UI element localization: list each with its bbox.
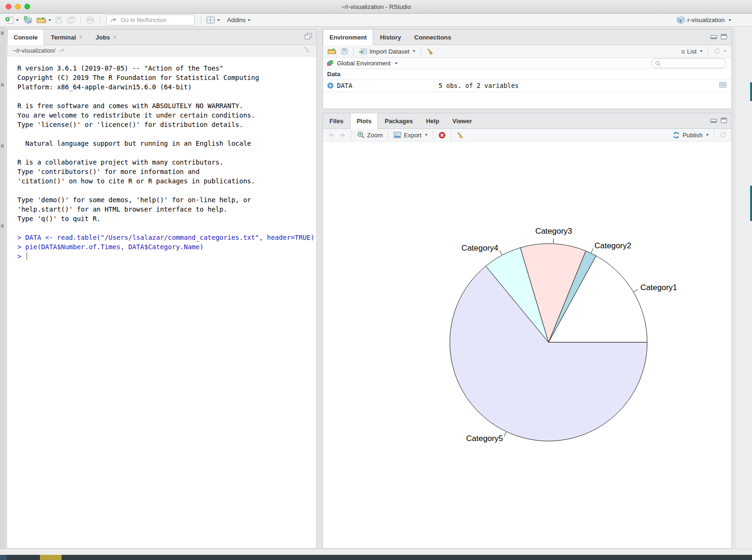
broom-icon bbox=[426, 48, 434, 55]
toolbar-separator bbox=[353, 47, 353, 55]
tab-label: Plots bbox=[357, 118, 372, 125]
console-output[interactable]: R version 3.6.1 (2019-07-05) -- "Action … bbox=[7, 56, 316, 548]
chevron-down-icon[interactable] bbox=[395, 63, 398, 64]
toolbar-separator bbox=[100, 16, 100, 24]
pie-label-category1: Category1 bbox=[640, 283, 677, 292]
panes-icon bbox=[206, 16, 215, 24]
goto-directory-icon[interactable] bbox=[59, 48, 65, 53]
load-workspace-button[interactable] bbox=[326, 47, 338, 55]
restore-pane-icon[interactable] bbox=[305, 33, 312, 41]
tab-console[interactable]: Console bbox=[7, 30, 44, 45]
working-directory: ~/r-visualization/ bbox=[13, 47, 55, 54]
view-table-button[interactable] bbox=[719, 82, 731, 89]
desktop-strip bbox=[0, 555, 752, 560]
background-window-sliver bbox=[0, 27, 6, 555]
tab-viewer[interactable]: Viewer bbox=[446, 113, 479, 128]
pie-label-category4: Category4 bbox=[462, 244, 498, 252]
main-toolbar: R Addins R r-visualization bbox=[0, 14, 752, 27]
refresh-environment-button[interactable] bbox=[712, 47, 728, 55]
tab-packages[interactable]: Packages bbox=[378, 113, 419, 128]
tab-files[interactable]: Files bbox=[323, 113, 350, 128]
environment-search-input[interactable] bbox=[663, 60, 716, 67]
remove-plot-button[interactable] bbox=[437, 131, 447, 139]
console-panel: ConsoleTerminal×Jobs× ~/r-visualization/… bbox=[7, 29, 317, 549]
minimize-window-icon[interactable] bbox=[15, 4, 21, 9]
chevron-down-icon bbox=[48, 19, 51, 21]
new-project-button[interactable]: R bbox=[22, 15, 33, 25]
tab-connections[interactable]: Connections bbox=[407, 30, 458, 45]
tab-help[interactable]: Help bbox=[419, 113, 446, 128]
save-all-button[interactable] bbox=[66, 16, 76, 24]
publish-plot-button[interactable]: Publish bbox=[671, 131, 710, 139]
chevron-down-icon bbox=[706, 134, 709, 136]
chevron-down-icon bbox=[728, 19, 731, 21]
object-expand-icon[interactable] bbox=[327, 82, 334, 89]
goto-file-function-box[interactable] bbox=[106, 15, 195, 25]
publish-label: Publish bbox=[682, 132, 703, 139]
print-button[interactable] bbox=[85, 16, 95, 24]
console-output-line: Platform: x86_64-apple-darwin15.6.0 (64-… bbox=[17, 82, 316, 92]
clear-console-button[interactable] bbox=[303, 46, 311, 55]
close-tab-icon[interactable]: × bbox=[113, 34, 117, 40]
tab-jobs[interactable]: Jobs× bbox=[89, 30, 123, 45]
tab-terminal[interactable]: Terminal× bbox=[44, 30, 89, 45]
console-output-line: R is free software and comes with ABSOLU… bbox=[17, 101, 316, 110]
tab-plots[interactable]: Plots bbox=[350, 113, 378, 129]
publish-icon bbox=[673, 132, 680, 139]
maximize-pane-icon[interactable] bbox=[721, 117, 727, 125]
clear-all-plots-button[interactable] bbox=[455, 131, 465, 139]
console-output-line: Type 'license()' or 'licence()' for dist… bbox=[17, 120, 316, 129]
next-plot-button[interactable] bbox=[338, 132, 348, 139]
pie-label-category3: Category3 bbox=[535, 227, 572, 236]
tab-environment[interactable]: Environment bbox=[323, 30, 373, 45]
open-file-button[interactable] bbox=[36, 16, 52, 24]
refresh-icon bbox=[713, 48, 721, 55]
project-selector[interactable]: R r-visualization bbox=[677, 16, 731, 24]
new-file-button[interactable] bbox=[4, 16, 20, 25]
clear-environment-button[interactable] bbox=[425, 47, 435, 55]
environment-object-list: DATA5 obs. of 2 variables bbox=[323, 79, 731, 92]
window-bottom-edge bbox=[0, 549, 752, 555]
toolbar-separator bbox=[201, 16, 201, 24]
workspace-panes-button[interactable] bbox=[205, 16, 221, 24]
import-dataset-button[interactable]: Import Dataset bbox=[357, 47, 417, 55]
plot-display-area: Category1Category2Category3Category4Cate… bbox=[323, 142, 731, 549]
table-view-icon bbox=[719, 82, 727, 88]
console-command-line: > DATA <- read.table("/Users/lsalazar/co… bbox=[17, 233, 316, 242]
addins-label: Addins bbox=[227, 16, 246, 24]
list-view-button[interactable]: ≡ List bbox=[680, 47, 704, 56]
console-output-line: 'help.start()' for an HTML browser inter… bbox=[17, 205, 316, 214]
addins-button[interactable]: Addins bbox=[226, 16, 251, 24]
close-window-icon[interactable] bbox=[6, 4, 11, 9]
close-tab-icon[interactable]: × bbox=[79, 34, 83, 40]
tab-label: Packages bbox=[384, 118, 413, 125]
scope-selector[interactable]: Global Environment bbox=[337, 60, 391, 67]
minimize-pane-icon[interactable] bbox=[710, 117, 717, 125]
zoom-window-icon[interactable] bbox=[24, 4, 30, 9]
pie-chart: Category1Category2Category3Category4Cate… bbox=[323, 142, 731, 549]
console-output-line: R is a collaborative project with many c… bbox=[17, 158, 316, 167]
back-arrow-icon bbox=[328, 132, 335, 138]
refresh-plot-button[interactable] bbox=[718, 131, 728, 139]
previous-plot-button[interactable] bbox=[326, 132, 336, 139]
window-titlebar: ~/r-visualization - RStudio bbox=[0, 0, 752, 14]
export-plot-button[interactable]: Export bbox=[392, 131, 429, 139]
data-section-header: Data bbox=[323, 69, 731, 79]
zoom-plot-button[interactable]: Zoom bbox=[356, 131, 384, 139]
console-output-line: 'citation()' on how to cite R or R packa… bbox=[17, 176, 316, 186]
console-output-line bbox=[17, 148, 316, 158]
environment-search-box[interactable] bbox=[651, 58, 726, 68]
minimize-pane-icon[interactable] bbox=[710, 33, 717, 41]
svg-text:R: R bbox=[29, 20, 31, 24]
pie-label-tick bbox=[634, 290, 638, 292]
save-button[interactable] bbox=[55, 16, 63, 24]
environment-object-row[interactable]: DATA5 obs. of 2 variables bbox=[323, 79, 731, 92]
goto-file-function-input[interactable] bbox=[120, 16, 178, 24]
project-name: r-visualization bbox=[688, 16, 725, 24]
goto-arrow-icon bbox=[110, 17, 117, 23]
maximize-pane-icon[interactable] bbox=[721, 33, 727, 41]
tab-history[interactable]: History bbox=[373, 30, 407, 45]
save-workspace-button[interactable] bbox=[340, 47, 349, 55]
plots-tabbar: FilesPlotsPackagesHelpViewer bbox=[323, 113, 731, 129]
console-prompt[interactable]: > bbox=[17, 252, 316, 261]
